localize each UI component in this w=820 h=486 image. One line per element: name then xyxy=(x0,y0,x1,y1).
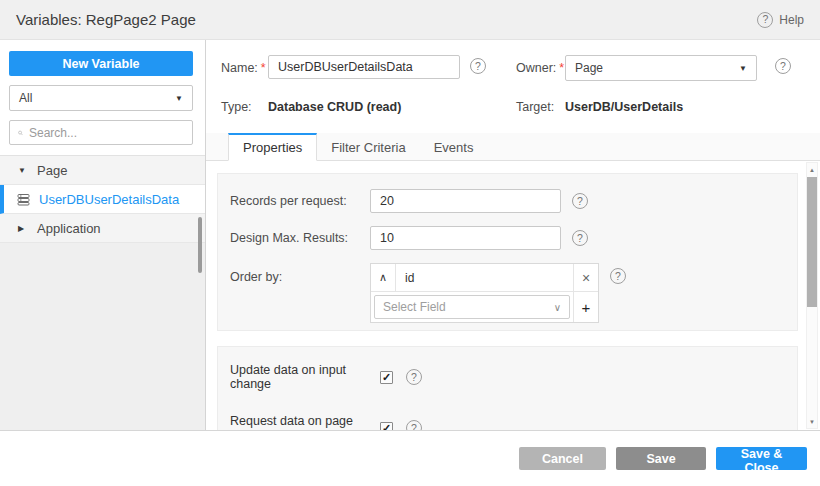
scroll-up-button[interactable]: ▲ xyxy=(807,164,817,175)
variable-meta: Name:* ? Owner:* Page ▼ ? Type: Database… xyxy=(206,40,820,133)
records-per-request-help-icon[interactable]: ? xyxy=(572,193,588,209)
plus-icon: + xyxy=(582,299,591,316)
select-field-placeholder: Select Field xyxy=(383,300,446,314)
variables-tree: ▼ Page UserDBUserDetailsData ▶ Applic xyxy=(0,155,205,243)
owner-label: Owner:* xyxy=(516,61,564,75)
tree-group-application[interactable]: ▶ Application xyxy=(0,214,205,243)
ascending-icon: ∧ xyxy=(379,271,387,284)
variable-filter-select[interactable]: All ▼ xyxy=(9,85,193,111)
order-by-help-icon[interactable]: ? xyxy=(610,268,626,284)
check-icon: ✓ xyxy=(382,423,391,431)
sidebar-scrollbar-thumb[interactable] xyxy=(198,217,202,273)
tree-group-page[interactable]: ▼ Page xyxy=(0,156,205,185)
order-by-entry: ∧ id × xyxy=(371,264,598,292)
owner-value: Page xyxy=(575,61,603,75)
update-data-help-icon[interactable]: ? xyxy=(406,369,422,385)
help-icon: ? xyxy=(757,12,773,28)
records-per-request-input[interactable] xyxy=(370,189,561,213)
request-data-row: Request data on page load ✓ ? xyxy=(230,414,797,430)
tree-item-variable[interactable]: UserDBUserDetailsData xyxy=(0,185,205,214)
required-marker: * xyxy=(261,61,266,75)
scrollbar-thumb[interactable] xyxy=(807,177,817,307)
save-button[interactable]: Save xyxy=(616,447,706,470)
owner-help-icon[interactable]: ? xyxy=(775,58,791,74)
dialog-title: Variables: RegPage2 Page xyxy=(16,11,196,28)
cancel-button[interactable]: Cancel xyxy=(519,447,606,470)
save-and-close-button[interactable]: Save & Close xyxy=(716,447,807,470)
scroll-down-button[interactable]: ▼ xyxy=(807,416,817,427)
tree-group-label: Page xyxy=(37,163,67,178)
database-icon xyxy=(17,193,30,206)
main-scrollbar[interactable]: ▲ ▼ xyxy=(806,162,818,429)
tab-events[interactable]: Events xyxy=(420,133,488,160)
variable-filter-value: All xyxy=(19,91,32,105)
chevron-expanded-icon: ▼ xyxy=(18,166,28,175)
update-data-checkbox[interactable]: ✓ xyxy=(380,371,393,384)
data-settings-card: Records per request: ? Design Max. Resul… xyxy=(217,173,798,331)
add-order-field-button[interactable]: + xyxy=(573,292,598,322)
chevron-collapsed-icon: ▶ xyxy=(18,224,28,233)
request-data-label: Request data on page load xyxy=(230,414,380,430)
dialog-header: Variables: RegPage2 Page ? Help xyxy=(0,0,820,40)
sort-direction-button[interactable]: ∧ xyxy=(371,264,396,291)
help-label: Help xyxy=(779,13,804,27)
owner-select[interactable]: Page ▼ xyxy=(565,55,757,81)
design-max-results-help-icon[interactable]: ? xyxy=(572,230,588,246)
help-button[interactable]: ? Help xyxy=(757,12,804,28)
editor-tabbar: Properties Filter Criteria Events xyxy=(206,133,820,161)
order-by-field-value: id xyxy=(396,264,573,291)
close-icon: × xyxy=(582,270,590,286)
tree-group-label: Application xyxy=(37,221,101,236)
new-variable-button[interactable]: New Variable xyxy=(9,51,193,76)
select-field-wrap: Select Field ∨ xyxy=(371,292,573,322)
behavior-settings-card: Update data on input change ✓ ? Request … xyxy=(217,346,798,430)
design-max-results-row: Design Max. Results: ? xyxy=(230,226,797,250)
search-input[interactable] xyxy=(29,126,184,140)
sidebar-controls: New Variable All ▼ xyxy=(0,40,205,155)
target-value: UserDB/UserDetails xyxy=(565,100,683,114)
target-label: Target: xyxy=(516,100,554,114)
design-max-results-input[interactable] xyxy=(370,226,561,250)
tab-properties[interactable]: Properties xyxy=(228,133,317,161)
update-data-row: Update data on input change ✓ ? xyxy=(230,363,797,391)
caret-down-icon: ▼ xyxy=(175,94,183,103)
request-data-help-icon[interactable]: ? xyxy=(406,420,422,430)
check-icon: ✓ xyxy=(382,372,391,383)
order-by-add-row: Select Field ∨ + xyxy=(371,292,598,322)
update-data-label: Update data on input change xyxy=(230,363,380,391)
name-input[interactable] xyxy=(268,55,460,79)
tree-item-label: UserDBUserDetailsData xyxy=(39,192,179,207)
select-field-dropdown[interactable]: Select Field ∨ xyxy=(374,295,570,319)
search-box xyxy=(9,120,193,145)
request-data-checkbox[interactable]: ✓ xyxy=(380,422,393,431)
order-by-widget: ∧ id × Select Field xyxy=(370,263,599,323)
type-label: Type: xyxy=(221,100,252,114)
records-per-request-label: Records per request: xyxy=(230,194,370,208)
dialog-body: New Variable All ▼ ▼ Page xyxy=(0,40,820,431)
properties-panel: Records per request: ? Design Max. Resul… xyxy=(206,161,820,430)
search-icon xyxy=(18,127,23,139)
tab-filter-criteria[interactable]: Filter Criteria xyxy=(317,133,419,160)
order-by-row: Order by: ∧ id × xyxy=(230,263,797,323)
remove-order-field-button[interactable]: × xyxy=(573,264,598,291)
variable-editor: Name:* ? Owner:* Page ▼ ? Type: Database… xyxy=(206,40,820,430)
records-per-request-row: Records per request: ? xyxy=(230,189,797,213)
design-max-results-label: Design Max. Results: xyxy=(230,231,370,245)
order-by-label: Order by: xyxy=(230,263,370,291)
dialog-footer: Cancel Save Save & Close xyxy=(0,431,820,486)
type-value: Database CRUD (read) xyxy=(268,100,401,114)
required-marker: * xyxy=(559,61,564,75)
variables-sidebar: New Variable All ▼ ▼ Page xyxy=(0,40,206,430)
variables-dialog: Variables: RegPage2 Page ? Help New Vari… xyxy=(0,0,820,486)
sidebar-empty-area xyxy=(0,243,205,430)
caret-down-icon: ▼ xyxy=(739,64,747,73)
name-label: Name:* xyxy=(221,61,266,75)
chevron-down-icon: ∨ xyxy=(554,302,561,313)
name-help-icon[interactable]: ? xyxy=(470,58,486,74)
